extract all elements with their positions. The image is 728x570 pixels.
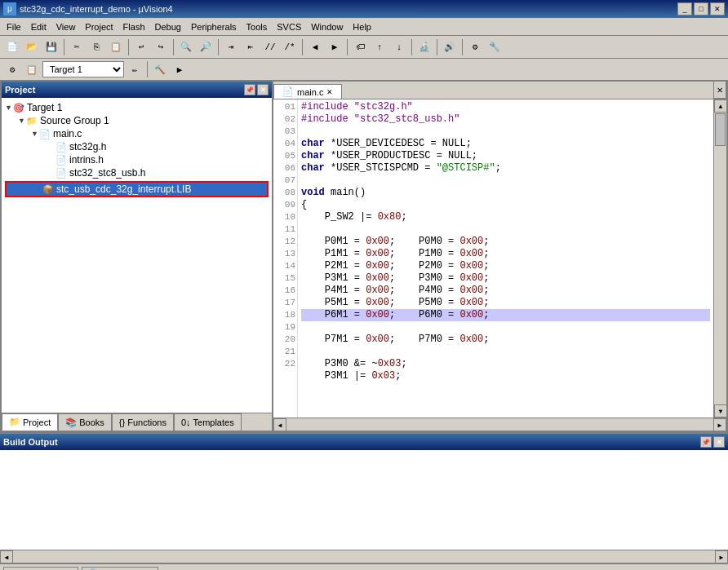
menu-help[interactable]: Help	[348, 20, 376, 33]
outdent-button[interactable]: ⇤	[242, 38, 260, 56]
run-button[interactable]: ▶	[171, 60, 189, 78]
code-editor[interactable]: #include "stc32g.h" #include "stc32_stc8…	[298, 99, 713, 418]
status-bar: ⚒ Build Output 🔍 Find in Files Simulatio…	[0, 563, 728, 570]
menu-peripherals[interactable]: Peripherals	[186, 20, 242, 33]
line-numbers: 01 02 03 04 05 06 07 08 09 10 11 12 13 1…	[273, 99, 298, 418]
tab-close-all-button[interactable]: ✕	[713, 81, 726, 99]
tree-label-stc32gh: stc32g.h	[69, 141, 106, 152]
code-tab-icon: 📄	[282, 86, 294, 97]
build-scroll-left[interactable]: ◀	[0, 550, 13, 563]
tree-label-intrinsh: intrins.h	[69, 154, 104, 166]
find-button[interactable]: 🔍	[177, 38, 195, 56]
menu-flash[interactable]: Flash	[118, 20, 150, 33]
scroll-left-button[interactable]: ◀	[273, 418, 286, 431]
scroll-thumb[interactable]	[715, 113, 726, 146]
scroll-right-button[interactable]: ▶	[713, 418, 726, 431]
tab-books[interactable]: 📚 Books	[58, 413, 112, 431]
cut-button[interactable]: ✂	[68, 38, 86, 56]
menu-view[interactable]: View	[51, 20, 81, 33]
build-button[interactable]: 🔨	[151, 60, 169, 78]
maximize-button[interactable]: □	[694, 2, 708, 15]
menu-svcs[interactable]: SVCS	[272, 20, 306, 33]
target-edit-button[interactable]: ✏	[126, 60, 144, 78]
code-panel: 📄 main.c ✕ ✕ 01 02 03 04 05 06 07 08 09 …	[273, 82, 728, 432]
copy-button[interactable]: ⎘	[87, 38, 105, 56]
build-output-button[interactable]: ⚒ Build Output	[3, 567, 78, 571]
tree-item-libfile[interactable]: 📦 stc_usb_cdc_32g_interrupt.LIB	[5, 181, 269, 197]
comment-button[interactable]: //	[261, 38, 279, 56]
undo-button[interactable]: ↩	[132, 38, 150, 56]
sep10	[147, 61, 148, 77]
scroll-down-button[interactable]: ▼	[714, 404, 726, 418]
project-panel-header: Project 📌 ✕	[2, 82, 272, 98]
paste-button[interactable]: 📋	[107, 38, 125, 56]
title-bar-buttons[interactable]: _ □ ✕	[677, 2, 725, 15]
menu-debug[interactable]: Debug	[150, 20, 186, 33]
panel-pin-button[interactable]: 📌	[244, 84, 255, 95]
tab-project[interactable]: 📁 Project	[2, 413, 58, 431]
menu-file[interactable]: File	[2, 20, 26, 33]
tree-label-sourcegroup1: Source Group 1	[40, 115, 109, 126]
code-tab-close-button[interactable]: ✕	[326, 88, 333, 96]
horizontal-scrollbar[interactable]: ◀ ▶	[273, 418, 726, 431]
panel-close-button[interactable]: ✕	[257, 84, 269, 95]
tree-item-stc32usbh[interactable]: 📄 stc32_stc8_usb.h	[5, 166, 269, 179]
close-button[interactable]: ✕	[710, 2, 725, 15]
tree-item-stc32gh[interactable]: 📄 stc32g.h	[5, 140, 269, 153]
nav-back-button[interactable]: ◀	[306, 38, 324, 56]
menu-tools[interactable]: Tools	[242, 20, 273, 33]
templates-tab-label: Templates	[193, 418, 234, 427]
redo-button[interactable]: ↪	[152, 38, 170, 56]
target-select[interactable]: Target 1	[42, 61, 124, 77]
bookmark-button[interactable]: 🏷	[351, 38, 369, 56]
save-button[interactable]: 💾	[42, 38, 60, 56]
new-button[interactable]: 📄	[3, 38, 21, 56]
build-scroll-right[interactable]: ▶	[715, 550, 728, 563]
menu-window[interactable]: Window	[306, 20, 348, 33]
tree-toggle-target1[interactable]: ▼	[5, 104, 13, 112]
extra-button[interactable]: 🔧	[486, 38, 504, 56]
prev-bookmark-button[interactable]: ↑	[371, 38, 388, 56]
scroll-track[interactable]	[714, 113, 726, 404]
code-tab-mainc[interactable]: 📄 main.c ✕	[273, 84, 342, 99]
find-in-files-button[interactable]: 🔍 Find in Files	[82, 567, 158, 571]
project-tree: ▼ 🎯 Target 1 ▼ 📁 Source Group 1 ▼ 📄 main…	[2, 98, 272, 413]
tree-toggle-mainc[interactable]: ▼	[31, 130, 39, 138]
scroll-up-button[interactable]: ▲	[714, 99, 726, 113]
project-panel-title: Project	[5, 85, 35, 95]
target-props-button[interactable]: 📋	[23, 60, 41, 78]
build-hscrollbar[interactable]: ◀ ▶	[0, 550, 728, 563]
tree-toggle-sourcegroup[interactable]: ▼	[18, 117, 26, 125]
tab-functions[interactable]: {} Functions	[112, 413, 174, 431]
indent-button[interactable]: ⇥	[222, 38, 240, 56]
tree-item-target1[interactable]: ▼ 🎯 Target 1	[5, 101, 269, 114]
h-file-icon2: 📄	[55, 155, 67, 166]
nav-fwd-button[interactable]: ▶	[326, 38, 344, 56]
tree-item-intrinsh[interactable]: 📄 intrins.h	[5, 153, 269, 166]
menu-edit[interactable]: Edit	[26, 20, 51, 33]
sep7	[411, 39, 412, 55]
tree-item-sourcegroup1[interactable]: ▼ 📁 Source Group 1	[5, 114, 269, 127]
tree-label-mainc: main.c	[53, 128, 82, 139]
find-files-button[interactable]: 🔎	[197, 38, 215, 56]
build-hscroll-track[interactable]	[13, 550, 715, 563]
folder-icon: 📁	[26, 116, 38, 126]
search-button[interactable]: 🔬	[415, 38, 433, 56]
books-tab-icon: 📚	[65, 418, 77, 428]
sep1	[64, 39, 64, 55]
project-panel: Project 📌 ✕ ▼ 🎯 Target 1 ▼ 📁 Source Grou…	[0, 82, 273, 432]
uncomment-button[interactable]: /*	[281, 38, 299, 56]
build-panel-close[interactable]: ✕	[713, 436, 725, 448]
zoom-button[interactable]: 🔊	[441, 38, 459, 56]
menu-project[interactable]: Project	[80, 20, 118, 33]
hscroll-track[interactable]	[286, 418, 713, 431]
tab-templates[interactable]: 0↓ Templates	[174, 413, 242, 431]
vertical-scrollbar[interactable]: ▲ ▼	[713, 99, 726, 418]
next-bookmark-button[interactable]: ↓	[390, 38, 408, 56]
minimize-button[interactable]: _	[677, 2, 692, 15]
open-button[interactable]: 📂	[23, 38, 41, 56]
tree-item-mainc[interactable]: ▼ 📄 main.c	[5, 127, 269, 140]
target-settings-button[interactable]: ⚙	[3, 60, 21, 78]
config-button[interactable]: ⚙	[466, 38, 484, 56]
build-panel-pin[interactable]: 📌	[700, 436, 712, 448]
